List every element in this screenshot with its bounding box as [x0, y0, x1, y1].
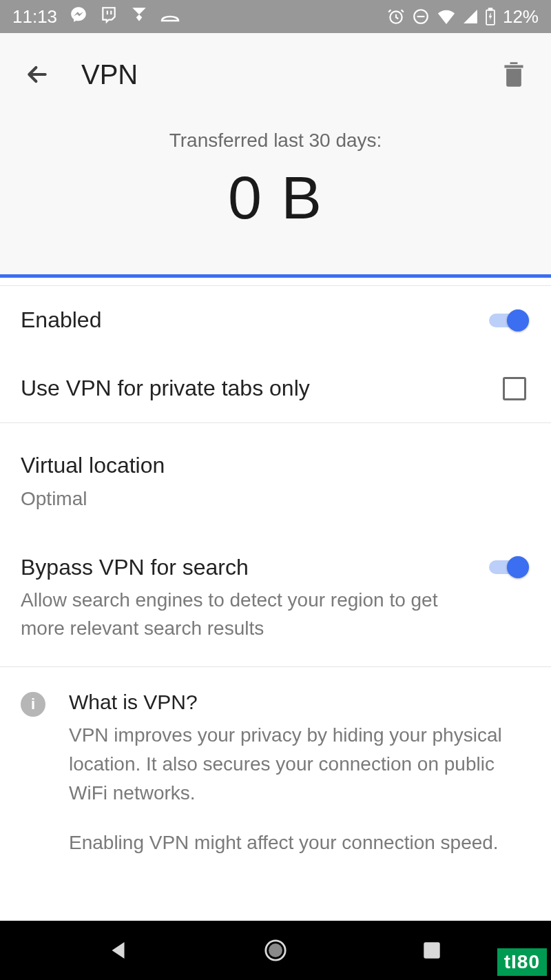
bypass-search-desc: Allow search engines to detect your regi…: [21, 586, 472, 642]
info-icon: i: [21, 692, 45, 717]
nav-home-button[interactable]: [255, 930, 296, 971]
svg-point-5: [269, 943, 282, 957]
page-title: VPN: [81, 59, 497, 90]
app-header: VPN: [0, 33, 551, 116]
virtual-location-title: Virtual location: [21, 451, 517, 480]
private-tabs-title: Use VPN for private tabs only: [21, 374, 489, 403]
status-right: 12%: [387, 6, 539, 28]
bypass-search-title: Bypass VPN for search: [21, 553, 472, 582]
signal-icon: [463, 9, 478, 24]
svg-rect-6: [424, 942, 439, 958]
battery-icon: [485, 8, 496, 25]
watermark: tI80: [497, 948, 547, 976]
virtual-location-row[interactable]: Virtual location Optimal: [0, 433, 551, 531]
delete-button[interactable]: [497, 58, 530, 91]
info-heading: What is VPN?: [69, 691, 530, 714]
twitch-icon: [100, 6, 118, 28]
bypass-search-row[interactable]: Bypass VPN for search Allow search engin…: [0, 531, 551, 666]
alarm-icon: [387, 8, 405, 25]
nav-recents-button[interactable]: [411, 930, 453, 971]
messenger-icon: [70, 6, 87, 28]
battery-text: 12%: [503, 6, 539, 28]
settings-section-2: Virtual location Optimal Bypass VPN for …: [0, 423, 551, 666]
info-section: i What is VPN? VPN improves your privacy…: [0, 667, 551, 878]
info-row: i What is VPN? VPN improves your privacy…: [0, 667, 551, 878]
dome-icon: [160, 6, 180, 28]
settings-section-1: Enabled Use VPN for private tabs only: [0, 286, 551, 422]
system-navbar: [0, 921, 551, 980]
status-time: 11:13: [12, 6, 57, 28]
info-paragraph-1: VPN improves your privacy by hiding your…: [69, 721, 530, 808]
data-usage-hero: Transferred last 30 days: 0 B: [0, 116, 551, 274]
status-left: 11:13: [12, 6, 180, 28]
wifi-icon: [437, 9, 456, 24]
virtual-location-value: Optimal: [21, 485, 517, 513]
private-tabs-checkbox[interactable]: [503, 377, 526, 400]
checkmark-app-icon: [130, 6, 148, 28]
enabled-toggle[interactable]: [486, 307, 530, 334]
back-button[interactable]: [21, 58, 54, 91]
enabled-row[interactable]: Enabled: [0, 286, 551, 354]
enabled-title: Enabled: [21, 305, 472, 335]
nav-back-button[interactable]: [98, 930, 140, 971]
private-tabs-row[interactable]: Use VPN for private tabs only: [0, 354, 551, 422]
divider: [0, 278, 551, 286]
dnd-icon: [412, 8, 430, 25]
status-bar: 11:13 12%: [0, 0, 551, 33]
data-usage-label: Transferred last 30 days:: [0, 130, 551, 152]
bypass-search-toggle[interactable]: [486, 554, 530, 580]
data-usage-value: 0 B: [0, 163, 551, 233]
svg-rect-3: [489, 8, 492, 10]
info-paragraph-2: Enabling VPN might affect your connectio…: [69, 828, 530, 857]
